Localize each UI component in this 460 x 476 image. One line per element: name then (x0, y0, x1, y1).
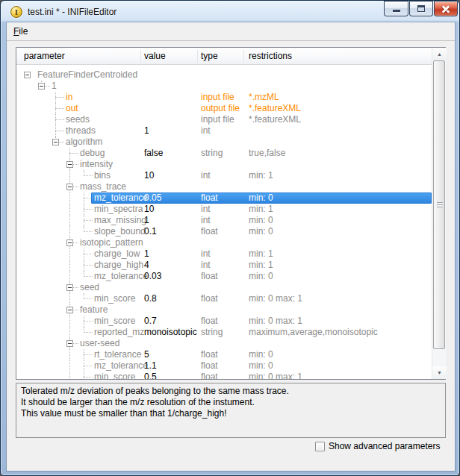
tree-guide (84, 209, 93, 210)
param-type: int (201, 248, 211, 260)
param-value[interactable]: 1 (144, 215, 149, 226)
tree-expander-icon[interactable] (66, 284, 73, 291)
tree-guide (84, 220, 93, 221)
column-separator[interactable] (243, 50, 244, 63)
column-header-restrictions[interactable]: restrictions (249, 51, 292, 61)
close-button[interactable] (434, 1, 458, 16)
tree-viewport: FeatureFinderCentroided1ininput file*.mz… (16, 65, 432, 379)
collapse-minus-glyph (54, 142, 58, 143)
tree-guide (69, 204, 70, 215)
param-value[interactable]: 10 (144, 170, 154, 181)
parameter-table: parameter value type restrictions Featur… (16, 47, 446, 380)
tree-expander-icon[interactable] (66, 307, 73, 313)
tree-expander-icon[interactable] (66, 239, 73, 246)
tree-row-charge_low[interactable]: charge_low1intmin: 1 (16, 248, 432, 260)
scroll-up-button[interactable]: ▲ (432, 48, 447, 60)
tree-row-mz_tolerance[interactable]: mz_tolerance1.1floatmin: 0 (16, 360, 432, 372)
tree-guide (55, 97, 64, 98)
titlebar[interactable]: I test.ini * - INIFileEditor (1, 1, 460, 22)
tree-row-rt_tolerance[interactable]: rt_tolerance5floatmin: 0 (16, 349, 432, 360)
param-type: float (201, 360, 218, 372)
tree-row-1[interactable]: 1 (16, 81, 432, 92)
tree-row-seed[interactable]: seed (16, 282, 432, 293)
tree-row-feature[interactable]: feature (16, 304, 432, 316)
minimize-button[interactable] (384, 1, 408, 16)
param-restrictions: min: 0 (249, 349, 273, 360)
param-value[interactable]: 4 (144, 260, 149, 271)
tree-guide (69, 260, 70, 271)
tree-expander-icon[interactable] (38, 83, 45, 90)
param-name: charge_low (94, 248, 140, 260)
tree-row-debug[interactable]: debugfalsestringtrue,false (16, 148, 432, 159)
tree-row-max_missing[interactable]: max_missing1intmin: 0 (16, 215, 432, 226)
tree-expander-icon[interactable] (66, 340, 73, 347)
tree-row-mz_tolerance[interactable]: mz_tolerance0.03floatmin: 0 (16, 271, 432, 282)
tree-row-isotopic_pattern[interactable]: isotopic_pattern (16, 237, 432, 248)
vertical-scrollbar[interactable]: ▲ ▼ (432, 48, 446, 379)
column-header-type[interactable]: type (201, 51, 218, 61)
tree-row-slope_bound[interactable]: slope_bound0.1floatmin: 0 (16, 226, 432, 237)
tree-row-min_score[interactable]: min_score0.7floatmin: 0 max: 1 (16, 316, 432, 327)
scrollbar-thumb[interactable] (433, 60, 445, 349)
tree-row-mass_trace[interactable]: mass_trace (16, 181, 432, 192)
tree-expander-icon[interactable] (66, 184, 73, 190)
tree-guide (84, 321, 93, 322)
tree-guide (69, 327, 70, 338)
param-restrictions: min: 0 (249, 360, 273, 372)
param-value[interactable]: monoisotopic (144, 327, 197, 338)
param-name: user-seed (80, 338, 119, 349)
maximize-button[interactable] (409, 1, 433, 16)
param-restrictions: min: 1 (249, 170, 273, 181)
param-value[interactable]: false (144, 148, 163, 159)
param-value[interactable]: 0.7 (144, 316, 157, 327)
param-type: string (201, 148, 223, 159)
column-separator[interactable] (197, 50, 198, 63)
param-restrictions: true,false (249, 148, 285, 159)
param-name: in (66, 92, 72, 103)
tree-row-intensity[interactable]: intensity (16, 159, 432, 170)
column-header-parameter[interactable]: parameter (24, 51, 65, 61)
tree-guide (84, 175, 93, 176)
tree-row-charge_high[interactable]: charge_high4intmin: 1 (16, 260, 432, 271)
tree-row-min_spectra[interactable]: min_spectra10intmin: 1 (16, 204, 432, 215)
tree-row-min_score[interactable]: min_score0.5floatmin: 0 max: 1 (16, 372, 432, 379)
tree-expander-icon[interactable] (52, 139, 59, 145)
param-value[interactable]: 5 (144, 349, 149, 360)
tree-row-algorithm[interactable]: algorithm (16, 137, 432, 148)
param-value[interactable]: 0.8 (144, 293, 157, 304)
param-value[interactable]: 10 (144, 204, 154, 215)
show-advanced-checkbox[interactable] (315, 442, 325, 451)
param-value[interactable]: 0.5 (144, 372, 157, 379)
menu-file[interactable]: File (7, 24, 34, 40)
tree-row-mz_tolerance[interactable]: mz_tolerance0.05floatmin: 0 (16, 192, 432, 204)
tree-row-threads[interactable]: threads1int (16, 125, 432, 137)
tree-guide (69, 349, 70, 360)
tree-guide (84, 265, 93, 266)
param-value[interactable]: 1 (144, 248, 149, 260)
param-value[interactable]: 0.05 (144, 192, 161, 204)
tree-row-seeds[interactable]: seedsinput file*.featureXML (16, 114, 432, 125)
tree-row-bins[interactable]: bins10intmin: 1 (16, 170, 432, 181)
param-name: rt_tolerance (94, 349, 141, 360)
param-value[interactable]: 1 (144, 125, 149, 137)
tree-guide (55, 131, 64, 131)
scroll-down-button[interactable]: ▼ (432, 366, 447, 379)
param-value[interactable]: 0.1 (144, 226, 157, 237)
parameter-description: Tolerated m/z deviation of peaks belongi… (16, 383, 446, 438)
tree-row-min_score[interactable]: min_score0.8floatmin: 0 max: 1 (16, 293, 432, 304)
param-type: int (201, 204, 211, 215)
tree-expander-icon[interactable] (66, 161, 73, 168)
tree-expander-icon[interactable] (24, 72, 31, 78)
column-header-value[interactable]: value (144, 51, 166, 61)
tree-row-reported_mz[interactable]: reported_mzmonoisotopicstringmaximum,ave… (16, 327, 432, 338)
column-separator[interactable] (140, 50, 141, 63)
param-value[interactable]: 0.03 (144, 271, 161, 282)
tree-row-in[interactable]: ininput file*.mzML (16, 92, 432, 103)
tree-row-FeatureFinderCentroided[interactable]: FeatureFinderCentroided (16, 69, 432, 81)
param-value[interactable]: 1.1 (144, 360, 157, 372)
tree-guide (69, 360, 70, 372)
tree-row-out[interactable]: outoutput file*.featureXML (16, 103, 432, 114)
tree-row-user-seed[interactable]: user-seed (16, 338, 432, 349)
tree-guide (84, 231, 93, 232)
param-restrictions: *.featureXML (249, 114, 301, 125)
